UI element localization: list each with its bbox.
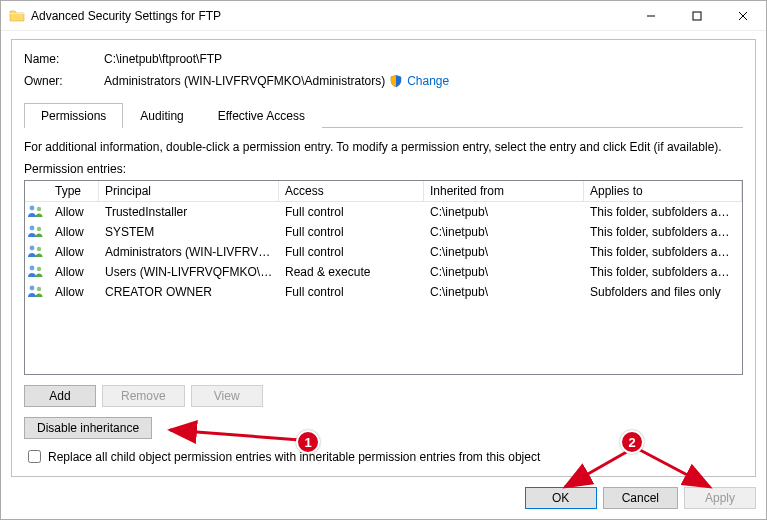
- window-frame: Advanced Security Settings for FTP Name:…: [0, 0, 767, 520]
- svg-point-8: [37, 266, 41, 270]
- name-value: C:\inetpub\ftproot\FTP: [104, 52, 222, 66]
- svg-point-5: [30, 245, 35, 250]
- cell-access: Read & execute: [279, 262, 424, 282]
- cell-inherited: C:\inetpub\: [424, 202, 584, 222]
- owner-label: Owner:: [24, 74, 104, 88]
- col-inherited[interactable]: Inherited from: [424, 181, 584, 201]
- apply-button: Apply: [684, 487, 756, 509]
- table-row[interactable]: AllowSYSTEMFull controlC:\inetpub\This f…: [25, 222, 742, 242]
- svg-point-9: [30, 285, 35, 290]
- cell-type: Allow: [49, 262, 99, 282]
- permissions-table: Type Principal Access Inherited from App…: [24, 180, 743, 375]
- svg-point-4: [37, 226, 41, 230]
- cell-type: Allow: [49, 242, 99, 262]
- folder-icon: [9, 8, 25, 24]
- minimize-button[interactable]: [628, 1, 674, 31]
- svg-point-3: [30, 225, 35, 230]
- view-button: View: [191, 385, 263, 407]
- table-row[interactable]: AllowCREATOR OWNERFull controlC:\inetpub…: [25, 282, 742, 302]
- shield-icon: [389, 74, 403, 88]
- annotation-marker-2: 2: [620, 430, 644, 454]
- close-button[interactable]: [720, 1, 766, 31]
- cell-inherited: C:\inetpub\: [424, 222, 584, 242]
- svg-point-6: [37, 246, 41, 250]
- cell-inherited: C:\inetpub\: [424, 262, 584, 282]
- cell-access: Full control: [279, 282, 424, 302]
- cell-applies: This folder, subfolders and files: [584, 262, 742, 282]
- cell-access: Full control: [279, 222, 424, 242]
- table-row[interactable]: AllowUsers (WIN-LIVFRVQFMKO\Us...Read & …: [25, 262, 742, 282]
- change-owner-link[interactable]: Change: [407, 74, 449, 88]
- window-title: Advanced Security Settings for FTP: [31, 9, 628, 23]
- col-icon[interactable]: [25, 181, 49, 201]
- svg-point-1: [30, 205, 35, 210]
- cell-access: Full control: [279, 242, 424, 262]
- table-row[interactable]: AllowTrustedInstallerFull controlC:\inet…: [25, 202, 742, 222]
- tab-effective-access[interactable]: Effective Access: [201, 103, 322, 128]
- ok-button[interactable]: OK: [525, 487, 597, 509]
- entries-label: Permission entries:: [24, 162, 743, 176]
- titlebar: Advanced Security Settings for FTP: [1, 1, 766, 31]
- col-type[interactable]: Type: [49, 181, 99, 201]
- disable-inheritance-button[interactable]: Disable inheritance: [24, 417, 152, 439]
- remove-button: Remove: [102, 385, 185, 407]
- col-principal[interactable]: Principal: [99, 181, 279, 201]
- cell-type: Allow: [49, 282, 99, 302]
- col-applies[interactable]: Applies to: [584, 181, 742, 201]
- svg-point-10: [37, 286, 41, 290]
- cell-applies: Subfolders and files only: [584, 282, 742, 302]
- svg-rect-0: [693, 12, 701, 20]
- cell-inherited: C:\inetpub\: [424, 282, 584, 302]
- maximize-button[interactable]: [674, 1, 720, 31]
- annotation-marker-1: 1: [296, 430, 320, 454]
- tab-strip: Permissions Auditing Effective Access: [24, 102, 743, 128]
- cell-principal: Users (WIN-LIVFRVQFMKO\Us...: [99, 262, 279, 282]
- cell-principal: SYSTEM: [99, 222, 279, 242]
- cell-access: Full control: [279, 202, 424, 222]
- cell-applies: This folder, subfolders and files: [584, 202, 742, 222]
- svg-point-7: [30, 265, 35, 270]
- main-panel: Name: C:\inetpub\ftproot\FTP Owner: Admi…: [11, 39, 756, 477]
- table-row[interactable]: AllowAdministrators (WIN-LIVFRVQ...Full …: [25, 242, 742, 262]
- svg-point-2: [37, 206, 41, 210]
- cell-applies: This folder, subfolders and files: [584, 222, 742, 242]
- replace-children-checkbox[interactable]: [28, 450, 41, 463]
- name-label: Name:: [24, 52, 104, 66]
- cell-type: Allow: [49, 202, 99, 222]
- owner-value: Administrators (WIN-LIVFRVQFMKO\Administ…: [104, 74, 385, 88]
- principal-icon: [25, 281, 49, 304]
- tab-permissions[interactable]: Permissions: [24, 103, 123, 128]
- cell-principal: TrustedInstaller: [99, 202, 279, 222]
- cell-inherited: C:\inetpub\: [424, 242, 584, 262]
- cancel-button[interactable]: Cancel: [603, 487, 678, 509]
- cell-principal: Administrators (WIN-LIVFRVQ...: [99, 242, 279, 262]
- cell-principal: CREATOR OWNER: [99, 282, 279, 302]
- cell-type: Allow: [49, 222, 99, 242]
- cell-applies: This folder, subfolders and files: [584, 242, 742, 262]
- info-text: For additional information, double-click…: [24, 140, 743, 154]
- add-button[interactable]: Add: [24, 385, 96, 407]
- replace-children-label: Replace all child object permission entr…: [48, 450, 540, 464]
- tab-auditing[interactable]: Auditing: [123, 103, 200, 128]
- col-access[interactable]: Access: [279, 181, 424, 201]
